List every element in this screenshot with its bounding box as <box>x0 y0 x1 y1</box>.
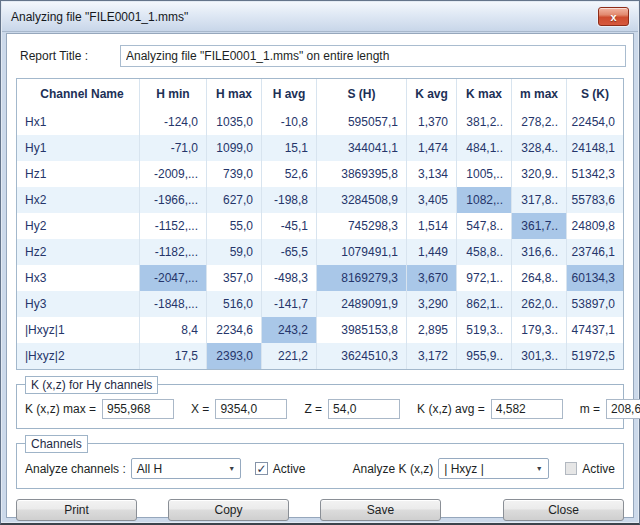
table-header-row: Channel NameH minH maxH avgS (H)K avgK m… <box>17 79 623 109</box>
table-cell: 52,6 <box>261 161 316 187</box>
table-cell: 47437,1 <box>566 317 623 343</box>
table-cell: 51342,3 <box>566 161 623 187</box>
analyze-channels-select[interactable]: All H ▼ <box>131 458 241 479</box>
print-button[interactable]: Print <box>16 499 137 521</box>
report-title-input[interactable] <box>120 45 626 67</box>
table-header-cell: K max <box>456 79 511 109</box>
table-row[interactable]: |Hxyz|18,42234,6243,23985153,82,895519,3… <box>17 317 623 343</box>
table-cell: 458,8.. <box>456 239 511 265</box>
table-header-cell: S (K) <box>566 79 623 109</box>
table-cell: 55,0 <box>206 213 261 239</box>
table-cell: -1152,... <box>139 213 206 239</box>
table-cell: 3284508,9 <box>316 187 406 213</box>
table-cell: 278,2.. <box>511 109 566 135</box>
table-row[interactable]: Hy3-1848,...516,0-141,72489091,93,290862… <box>17 291 623 317</box>
channel-name-cell: Hx1 <box>17 109 139 135</box>
kxz-field-label: K (x,z) max = <box>25 402 96 416</box>
table-cell: -1848,... <box>139 291 206 317</box>
kxz-field-label: m = <box>580 402 600 416</box>
table-cell: 320,9.. <box>511 161 566 187</box>
table-cell: 381,2.. <box>456 109 511 135</box>
active-kxz-checkbox[interactable] <box>565 462 578 475</box>
active-channels-checkbox[interactable]: ✓ <box>255 462 268 475</box>
table-cell: 595057,1 <box>316 109 406 135</box>
kxz-field-input[interactable] <box>102 399 174 419</box>
close-icon: x <box>610 11 616 23</box>
button-row: Print Copy Save Close <box>16 499 624 521</box>
table-row[interactable]: Hx3-2047,...357,0-498,38169279,33,670972… <box>17 265 623 291</box>
channel-name-cell: Hx3 <box>17 265 139 291</box>
table-header-cell: S (H) <box>316 79 406 109</box>
dialog-window: Analyzing file "FILE0001_1.mms" x Report… <box>0 0 640 525</box>
table-row[interactable]: |Hxyz|217,52393,0221,23624510,33,172955,… <box>17 343 623 369</box>
table-row[interactable]: Hy2-1152,...55,0-45,1745298,31,514547,8.… <box>17 213 623 239</box>
close-button[interactable]: x <box>598 7 629 26</box>
table-cell: 3869395,8 <box>316 161 406 187</box>
table-cell: 221,2 <box>261 343 316 369</box>
table-cell: 1035,0 <box>206 109 261 135</box>
table-cell: 1,514 <box>406 213 456 239</box>
table-cell: 3,670 <box>406 265 456 291</box>
table-cell: 15,1 <box>261 135 316 161</box>
table-cell: 328,4.. <box>511 135 566 161</box>
table-cell: 2234,6 <box>206 317 261 343</box>
table-cell: 1,370 <box>406 109 456 135</box>
kxz-field-input[interactable] <box>491 399 563 419</box>
table-row[interactable]: Hy1-71,01099,015,1344041,11,474484,1..32… <box>17 135 623 161</box>
table-cell: -2047,... <box>139 265 206 291</box>
table-cell: 317,8.. <box>511 187 566 213</box>
table-cell: 316,6.. <box>511 239 566 265</box>
table-cell: 3,134 <box>406 161 456 187</box>
table-cell: -71,0 <box>139 135 206 161</box>
channel-name-cell: Hx2 <box>17 187 139 213</box>
analyze-kxz-select[interactable]: | Hxyz | ▼ <box>438 458 548 479</box>
kxz-field-label: K (x,z) avg = <box>417 402 485 416</box>
table-row[interactable]: Hz2-1182,...59,0-65,51079491,11,449458,8… <box>17 239 623 265</box>
table-cell: -65,5 <box>261 239 316 265</box>
kxz-field: K (x,z) avg = <box>417 399 563 419</box>
table-cell: 262,0.. <box>511 291 566 317</box>
table-cell: 8,4 <box>139 317 206 343</box>
table-row[interactable]: Hx1-124,01035,0-10,8595057,11,370381,2..… <box>17 109 623 135</box>
channel-name-cell: |Hxyz|2 <box>17 343 139 369</box>
table-cell: 3624510,3 <box>316 343 406 369</box>
table-cell: 1099,0 <box>206 135 261 161</box>
table-cell: 3,172 <box>406 343 456 369</box>
title-bar[interactable]: Analyzing file "FILE0001_1.mms" x <box>2 2 638 32</box>
kxz-field-input[interactable] <box>215 399 287 419</box>
channels-row: Analyze channels : All H ▼ ✓ Active Anal… <box>25 458 615 479</box>
table-cell: 516,0 <box>206 291 261 317</box>
analyze-kxz-label: Analyze K (x,z) <box>353 462 434 476</box>
kxz-field-input[interactable] <box>606 399 640 419</box>
table-header-cell: H avg <box>261 79 316 109</box>
channel-name-cell: Hy3 <box>17 291 139 317</box>
copy-button[interactable]: Copy <box>168 499 289 521</box>
kxz-field-input[interactable] <box>328 399 400 419</box>
channel-name-cell: Hy1 <box>17 135 139 161</box>
table-cell: 3,405 <box>406 187 456 213</box>
table-row[interactable]: Hx2-1966,...627,0-198,83284508,93,405108… <box>17 187 623 213</box>
table-row[interactable]: Hz1-2009,...739,052,63869395,83,1341005,… <box>17 161 623 187</box>
close-dialog-button[interactable]: Close <box>503 499 624 521</box>
table-cell: 2393,0 <box>206 343 261 369</box>
save-button[interactable]: Save <box>320 499 441 521</box>
table-cell: 22454,0 <box>566 109 623 135</box>
table-cell: 3985153,8 <box>316 317 406 343</box>
channel-name-cell: |Hxyz|1 <box>17 317 139 343</box>
table-cell: 484,1.. <box>456 135 511 161</box>
channel-name-cell: Hz2 <box>17 239 139 265</box>
channels-group-title: Channels <box>25 435 88 453</box>
table-header-cell: H min <box>139 79 206 109</box>
table-cell: 344041,1 <box>316 135 406 161</box>
table-cell: 1,474 <box>406 135 456 161</box>
table-cell: 1,449 <box>406 239 456 265</box>
table-cell: 53897,0 <box>566 291 623 317</box>
check-icon: ✓ <box>256 463 266 475</box>
table-cell: 24148,1 <box>566 135 623 161</box>
report-title-row: Report Title : <box>14 45 626 67</box>
report-title-label: Report Title : <box>14 49 120 63</box>
analyze-channels-label: Analyze channels : <box>25 462 126 476</box>
kxz-field-label: Z = <box>304 402 322 416</box>
kxz-field: K (x,z) max = <box>25 399 174 419</box>
table-cell: -10,8 <box>261 109 316 135</box>
